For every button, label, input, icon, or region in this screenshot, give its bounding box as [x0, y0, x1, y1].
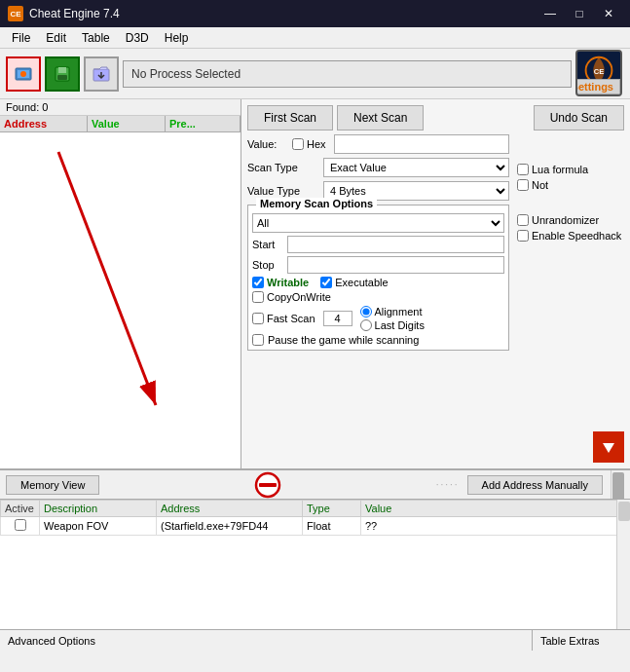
fast-scan-value[interactable]: [323, 311, 352, 326]
table-scrollbar[interactable]: [616, 500, 630, 629]
left-panel: Found: 0 Address Value Pre...: [0, 99, 241, 468]
arrow-overlay: [0, 132, 241, 444]
executable-checkbox-item: Executable: [320, 277, 388, 288]
minimize-button[interactable]: —: [537, 4, 564, 23]
scan-buttons: First Scan Next Scan Undo Scan: [247, 105, 624, 131]
col-prev: Pre...: [166, 116, 241, 131]
fast-scan-item: Fast Scan: [252, 313, 315, 324]
save-button[interactable]: [45, 56, 80, 92]
row-active-checkbox[interactable]: [15, 519, 26, 531]
start-input[interactable]: 0000000000000000: [287, 236, 504, 253]
status-left[interactable]: Advanced Options: [0, 630, 533, 651]
svg-text:CE: CE: [594, 66, 605, 75]
last-digits-radio[interactable]: [360, 319, 372, 331]
executable-label: Executable: [335, 277, 388, 288]
settings-button[interactable]: Settings: [575, 79, 620, 94]
start-label: Start: [252, 239, 283, 250]
stop-label: Stop: [252, 259, 283, 271]
main-split: Found: 0 Address Value Pre...: [0, 99, 630, 469]
row-address: (Starfield.exe+79FD44: [157, 517, 303, 536]
maximize-button[interactable]: □: [566, 4, 593, 23]
table-scroll-thumb: [618, 502, 630, 521]
last-digits-label: Last Digits: [375, 319, 425, 331]
svg-rect-15: [259, 483, 277, 487]
memory-view-button[interactable]: Memory View: [6, 475, 99, 495]
menu-d3d[interactable]: D3D: [118, 29, 157, 47]
status-bar: Advanced Options Table Extras: [0, 629, 630, 651]
next-scan-button[interactable]: Next Scan: [337, 105, 424, 131]
alignment-label: Alignment: [375, 306, 423, 317]
stop-input[interactable]: 00007fffffffffff: [287, 256, 504, 274]
executable-checkbox[interactable]: [320, 277, 332, 288]
copy-on-write-checkbox[interactable]: [252, 291, 264, 303]
unrandomizer-checkbox[interactable]: [517, 214, 529, 226]
scan-type-row: Scan Type Exact Value Bigger than... Sma…: [247, 158, 509, 177]
alignment-radio[interactable]: [360, 306, 372, 317]
value-input[interactable]: [334, 134, 509, 154]
col-header-type: Type: [303, 501, 361, 517]
pause-label: Pause the game while scanning: [268, 334, 419, 346]
lua-formula-checkbox[interactable]: [517, 164, 529, 175]
add-address-manually-button[interactable]: Add Address Manually: [467, 475, 603, 495]
enable-speedhack-label: Enable Speedhack: [532, 230, 621, 242]
table-extras-text: Table Extras: [540, 635, 600, 647]
first-scan-button[interactable]: First Scan: [247, 105, 333, 131]
col-header-description: Description: [40, 501, 157, 517]
scrollbar-right[interactable]: [611, 470, 624, 499]
svg-point-2: [20, 71, 26, 77]
open-process-button[interactable]: [6, 56, 41, 92]
fast-scan-checkbox[interactable]: [252, 313, 264, 324]
menu-table[interactable]: Table: [74, 29, 118, 47]
copy-on-write-row: CopyOnWrite: [252, 291, 504, 303]
undo-scan-button[interactable]: Undo Scan: [534, 105, 624, 131]
table-header-row: Active Description Address Type Value: [1, 501, 630, 517]
toolbar: No Process Selected CE Settings: [0, 49, 630, 99]
alignment-col: Alignment Last Digits: [360, 306, 425, 331]
enable-speedhack-checkbox[interactable]: [517, 230, 529, 242]
lua-formula-label: Lua formula: [532, 164, 588, 175]
stop-row: Stop 00007fffffffffff: [252, 256, 504, 274]
status-right[interactable]: Table Extras: [533, 630, 630, 651]
writable-checkbox[interactable]: [252, 277, 264, 288]
address-table: Active Description Address Type Value We…: [0, 500, 630, 536]
app-icon: CE: [8, 6, 23, 21]
memory-scan-options: Memory Scan Options All Start 0000000000…: [247, 205, 509, 351]
no-entry-icon-wrapper: [254, 471, 281, 499]
col-header-active: Active: [1, 501, 40, 517]
fast-scan-alignment-row: Fast Scan Alignment: [252, 306, 504, 331]
fast-scan-label: Fast Scan: [267, 313, 315, 324]
svg-rect-5: [57, 75, 67, 80]
not-checkbox[interactable]: [517, 179, 529, 191]
memory-scan-title: Memory Scan Options: [256, 198, 377, 209]
load-button[interactable]: [84, 56, 119, 92]
pause-checkbox[interactable]: [252, 334, 264, 346]
ce-logo: CE Settings: [575, 50, 622, 96]
title-bar: CE Cheat Engine 7.4 — □ ✕: [0, 0, 630, 27]
writable-checkbox-item: Writable: [252, 277, 309, 288]
scan-type-select[interactable]: Exact Value Bigger than... Smaller than.…: [323, 158, 509, 177]
value-row: Value: Hex: [247, 134, 509, 154]
address-list-header: Address Value Pre...: [0, 116, 241, 132]
title-bar-left: CE Cheat Engine 7.4: [8, 6, 120, 21]
table-row[interactable]: Weapon FOV (Starfield.exe+79FD44 Float ?…: [1, 517, 630, 536]
unrandomizer-item: Unrandomizer: [517, 214, 624, 226]
col-header-value: Value: [361, 501, 630, 517]
process-bar[interactable]: No Process Selected: [123, 60, 572, 88]
address-table-area: Active Description Address Type Value We…: [0, 499, 630, 629]
memory-scan-inner: All Start 0000000000000000 Stop 00007fff…: [252, 213, 504, 346]
close-button[interactable]: ✕: [595, 4, 622, 23]
row-type: Float: [303, 517, 361, 536]
value-type-label: Value Type: [247, 185, 315, 197]
menu-edit[interactable]: Edit: [38, 29, 74, 47]
memory-region-select[interactable]: All: [252, 213, 504, 233]
writable-executable-row: Writable Executable: [252, 277, 504, 288]
pause-row: Pause the game while scanning: [252, 334, 504, 346]
menu-file[interactable]: File: [4, 29, 38, 47]
row-active[interactable]: [1, 517, 40, 536]
hex-checkbox[interactable]: [292, 138, 304, 150]
menu-help[interactable]: Help: [157, 29, 197, 47]
arrow-down-button[interactable]: [593, 431, 624, 463]
enable-speedhack-item: Enable Speedhack: [517, 230, 624, 242]
scan-side: Lua formula Not Unrandomizer: [517, 134, 624, 463]
svg-rect-4: [58, 67, 66, 73]
